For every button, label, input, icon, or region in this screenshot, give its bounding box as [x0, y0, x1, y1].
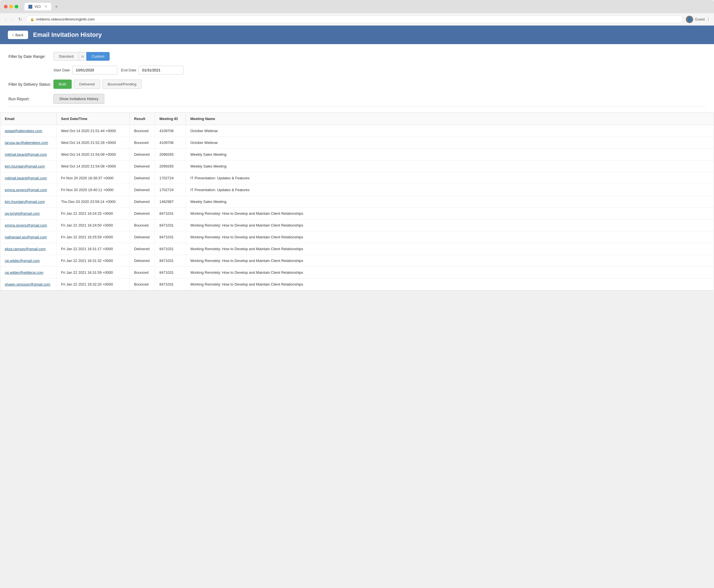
cell-sent-date: Thu Dec 03 2020 23:59:14 +0000	[57, 196, 130, 208]
table-header-row: Email Sent Date/Time Result Meeting ID M…	[0, 113, 714, 125]
cell-email: raj.wilder@gmail.com	[0, 255, 57, 267]
email-link[interactable]: mikhail.beard@gmail.com	[5, 152, 47, 156]
email-link[interactable]: mikhail.beard@gmail.com	[5, 176, 47, 180]
col-header-email: Email	[0, 113, 57, 125]
cell-meeting-id: 1702724	[155, 172, 186, 184]
tab-close-button[interactable]: ✕	[45, 5, 47, 8]
email-link[interactable]: kim.fountain@gmail.com	[5, 200, 45, 204]
col-header-meeting-name: Meeting Name	[186, 113, 714, 125]
email-link[interactable]: kim.fountain@gmail.com	[5, 164, 45, 168]
cell-email: kim.fountain@gmail.com	[0, 161, 57, 172]
table-row: astaal@attendees.comWed Oct 14 2020 21:5…	[0, 125, 714, 137]
cell-email: eliza.ramsay@gmail.com	[0, 243, 57, 255]
address-text: m4demo.videoconferencinginfo.com	[36, 17, 95, 21]
cell-result: Delivered	[130, 196, 155, 208]
cell-email: emma.spyers@gmail.com	[0, 184, 57, 196]
table-row: emma.spyers@gmail.comFri Nov 20 2020 19:…	[0, 184, 714, 196]
back-nav-button[interactable]: ‹	[4, 16, 7, 23]
custom-toggle-button[interactable]: Custom	[86, 52, 110, 61]
email-link[interactable]: larusa.jac@attendees.com	[5, 141, 48, 145]
show-invitations-button[interactable]: Show Invitations History	[54, 94, 104, 104]
table-row: mikhail.beard@gmail.comFri Nov 20 2020 1…	[0, 172, 714, 184]
cell-result: Bounced	[130, 219, 155, 231]
cell-result: Delivered	[130, 231, 155, 243]
table-row: eliza.ramsay@gmail.comFri Jan 22 2021 16…	[0, 243, 714, 255]
cell-meeting-id: 8471031	[155, 278, 186, 290]
back-button-label: Back	[16, 33, 24, 37]
email-link[interactable]: nathanael.wu@gmail.com	[5, 235, 47, 239]
browser-tab[interactable]: VCI ✕	[24, 3, 51, 10]
browser-menu-icon[interactable]: ⋮	[707, 17, 710, 21]
email-link[interactable]: emma.spyers@gmail.com	[5, 188, 47, 192]
standard-toggle-button[interactable]: Standard	[54, 52, 79, 61]
cell-meeting-id: 1462987	[155, 196, 186, 208]
cell-meeting-name: Weekly Sales Meeting	[186, 161, 714, 172]
cell-meeting-name: Working Remotely: How to Develop and Mai…	[186, 231, 714, 243]
cell-email: shawn.simpson@gmail.com	[0, 278, 57, 290]
cell-meeting-id: 8471031	[155, 255, 186, 267]
table-container: Email Sent Date/Time Result Meeting ID M…	[0, 112, 714, 290]
email-link[interactable]: astaal@attendees.com	[5, 129, 42, 133]
address-bar[interactable]: 🔒 m4demo.videoconferencinginfo.com	[26, 16, 684, 23]
cell-meeting-id: 8471031	[155, 231, 186, 243]
cell-meeting-name: Working Remotely: How to Develop and Mai…	[186, 267, 714, 278]
email-link[interactable]: shawn.simpson@gmail.com	[5, 282, 50, 287]
delivery-delivered-button[interactable]: Delivered	[74, 80, 100, 89]
cell-email: kim.fountain@gmail.com	[0, 196, 57, 208]
cell-email: astaal@attendees.com	[0, 125, 57, 137]
cell-email: mikhail.beard@gmail.com	[0, 149, 57, 161]
email-link[interactable]: raj.wilder@wilderaj.com	[5, 270, 43, 275]
email-link[interactable]: eliza.ramsay@gmail.com	[5, 247, 45, 251]
table-row: larusa.jac@attendees.comWed Oct 14 2020 …	[0, 137, 714, 149]
cell-sent-date: Fri Jan 22 2021 16:24:50 +0000	[57, 219, 130, 231]
user-label: Guest	[695, 17, 705, 21]
cell-email: larusa.jac@attendees.com	[0, 137, 57, 149]
delivery-both-button[interactable]: Both	[54, 80, 72, 89]
reload-nav-button[interactable]: ↻	[17, 16, 23, 23]
table-row: kim.fountain@gmail.comThu Dec 03 2020 23…	[0, 196, 714, 208]
delivery-status-label: Filter by Delivery Status:	[8, 82, 54, 87]
close-window-dot[interactable]	[4, 5, 7, 8]
filter-section: Filter by Date Range: Standard or Custom…	[0, 44, 714, 112]
cell-email: nathanael.wu@gmail.com	[0, 231, 57, 243]
cell-meeting-id: 1702724	[155, 184, 186, 196]
minimize-window-dot[interactable]	[9, 5, 13, 8]
cell-result: Bounced	[130, 125, 155, 137]
delivery-bounced-button[interactable]: Bounced/Pending	[102, 80, 142, 89]
back-arrow-icon: ‹	[13, 33, 14, 37]
date-inputs-row: Start Date End Date	[54, 66, 706, 75]
cell-meeting-id: 8471031	[155, 208, 186, 219]
date-range-label: Filter by Date Range:	[8, 54, 54, 59]
date-range-filter-row: Filter by Date Range: Standard or Custom	[8, 52, 706, 61]
email-link[interactable]: jay.bright@gmail.com	[5, 211, 40, 215]
table-row: nathanael.wu@gmail.comFri Jan 22 2021 16…	[0, 231, 714, 243]
email-link[interactable]: raj.wilder@gmail.com	[5, 258, 40, 263]
delivery-status-buttons: Both Delivered Bounced/Pending	[54, 80, 142, 89]
start-date-label: Start Date	[54, 68, 70, 72]
email-link[interactable]: emma.spyers@gmail.com	[5, 223, 47, 227]
cell-meeting-name: Working Remotely: How to Develop and Mai…	[186, 208, 714, 219]
cell-meeting-name: Working Remotely: How to Develop and Mai…	[186, 243, 714, 255]
table-row: jay.bright@gmail.comFri Jan 22 2021 16:2…	[0, 208, 714, 219]
cell-sent-date: Wed Oct 14 2020 21:54:08 +0000	[57, 161, 130, 172]
cell-result: Bounced	[130, 278, 155, 290]
cell-result: Delivered	[130, 149, 155, 161]
start-date-input[interactable]	[72, 66, 117, 75]
ssl-lock-icon: 🔒	[30, 17, 34, 21]
cell-meeting-name: Working Remotely: How to Develop and Mai…	[186, 219, 714, 231]
cell-sent-date: Fri Nov 20 2020 19:40:11 +0000	[57, 184, 130, 196]
run-report-label: Run Report:	[8, 97, 54, 101]
cell-sent-date: Fri Jan 22 2021 16:24:25 +0000	[57, 208, 130, 219]
end-date-input[interactable]	[139, 66, 184, 75]
forward-nav-button[interactable]: ›	[10, 16, 14, 23]
maximize-window-dot[interactable]	[15, 5, 18, 8]
browser-toolbar: ‹ › ↻ 🔒 m4demo.videoconferencinginfo.com…	[0, 13, 714, 26]
new-tab-button[interactable]: +	[55, 4, 58, 9]
cell-result: Delivered	[130, 243, 155, 255]
date-range-toggle-group: Standard or Custom	[54, 52, 110, 61]
cell-result: Bounced	[130, 137, 155, 149]
back-button[interactable]: ‹ Back	[8, 30, 28, 39]
cell-sent-date: Wed Oct 14 2020 21:51:44 +0000	[57, 125, 130, 137]
cell-meeting-id: 2099265	[155, 149, 186, 161]
cell-sent-date: Fri Jan 22 2021 16:25:59 +0000	[57, 231, 130, 243]
